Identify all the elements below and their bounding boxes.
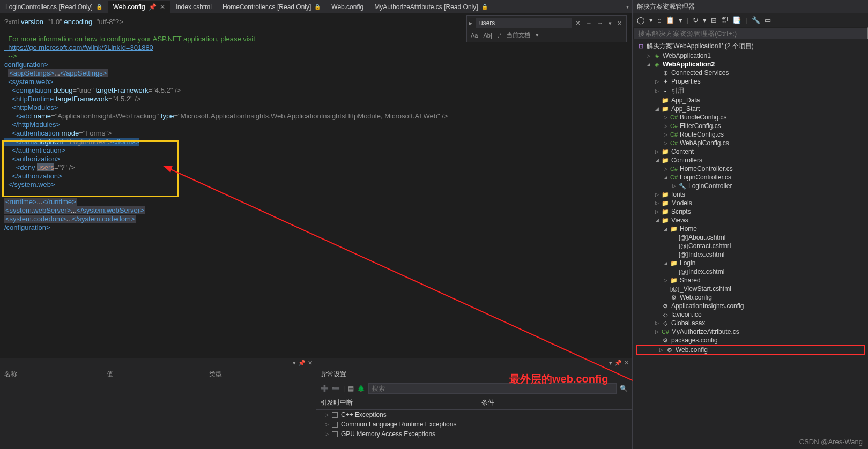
tree-item-13[interactable]: ▷C#HomeController.cs	[633, 164, 868, 173]
expand-icon[interactable]: ▷	[325, 412, 329, 417]
expand-icon[interactable]: ▷	[663, 132, 668, 137]
tree-item-4[interactable]: ▷▪引用	[633, 86, 868, 96]
tab-2[interactable]: Index.cshtml	[170, 1, 217, 13]
tree-item-7[interactable]: ▷C#BundleConfig.cs	[633, 113, 868, 122]
tab-0[interactable]: LoginController.cs [Read Only]🔒	[0, 1, 108, 13]
expand-icon[interactable]: ◢	[654, 218, 659, 223]
solution-node[interactable]: ⊡解决方案'WebApplication1' (2 个项目)	[633, 41, 868, 51]
wrench-icon[interactable]: 🔧	[751, 16, 761, 25]
fwd-icon[interactable]: ▾	[648, 16, 654, 25]
expand-icon[interactable]: ▷	[654, 209, 659, 214]
tree-item-9[interactable]: ▷C#RouteConfig.cs	[633, 130, 868, 139]
expand-icon[interactable]: ◢	[663, 260, 668, 266]
expand-icon[interactable]: ▷	[663, 115, 668, 120]
tree-item-29[interactable]: ⚙ApplicationInsights.config	[633, 302, 868, 310]
expand-icon[interactable]: ▷	[325, 431, 329, 437]
expand-icon[interactable]: ▷	[325, 422, 329, 427]
scope-dropdown-icon[interactable]: ▾	[534, 31, 540, 39]
close-icon[interactable]: ✕	[624, 360, 629, 366]
expand-icon[interactable]: ◢	[654, 106, 659, 111]
pin-icon[interactable]: 📌	[298, 360, 306, 366]
expand-icon[interactable]: ▷	[671, 183, 677, 189]
exception-search[interactable]	[368, 383, 617, 394]
match-case-icon[interactable]: Aa	[469, 32, 479, 39]
tree-item-14[interactable]: ◢C#LoginController.cs	[633, 173, 868, 182]
tree-item-19[interactable]: ◢📁Views	[633, 216, 868, 224]
refresh-icon[interactable]: ↻	[692, 16, 700, 25]
tree-item-34[interactable]: ▷⚙Web.config	[637, 346, 864, 354]
expand-icon[interactable]: ▷	[663, 123, 668, 129]
find-dropdown-icon[interactable]: ▾	[606, 19, 614, 28]
tab-dropdown-icon[interactable]: ▾	[625, 3, 630, 11]
tree-item-31[interactable]: ▷◇Global.asax	[633, 319, 868, 327]
pin-icon[interactable]: 📌	[149, 3, 157, 11]
checkbox[interactable]	[332, 412, 338, 418]
tree-item-1[interactable]: ◢◈WebApplication2	[633, 60, 868, 69]
expand-icon[interactable]: ▷	[654, 79, 659, 84]
showall-icon[interactable]: 🗐	[720, 16, 729, 25]
search-icon[interactable]: 🔍	[620, 385, 628, 392]
tree-item-3[interactable]: ▷✦Properties	[633, 77, 868, 86]
regex-icon[interactable]: .*	[496, 32, 503, 39]
filter-icon[interactable]: ▤	[348, 385, 354, 392]
sidebar-search[interactable]	[633, 27, 868, 39]
exception-row-0[interactable]: ▷C++ Exceptions	[316, 410, 632, 420]
collapse-icon[interactable]: ⊟	[710, 16, 718, 25]
expand-icon[interactable]: ◢	[654, 158, 659, 163]
tree-item-5[interactable]: 📁App_Data	[633, 96, 868, 104]
tree-item-11[interactable]: ▷📁Content	[633, 147, 868, 156]
tab-1[interactable]: Web.config📌✕	[108, 1, 170, 13]
sync-icon[interactable]: 📋	[665, 16, 676, 25]
exception-row-2[interactable]: ▷GPU Memory Access Exceptions	[316, 429, 632, 439]
find-close-icon[interactable]: ✕	[615, 19, 624, 28]
pin-icon[interactable]: 📌	[614, 360, 622, 366]
expand-icon[interactable]: ▷	[654, 192, 659, 197]
tree-item-2[interactable]: ⊕Connected Services	[633, 69, 868, 77]
view-icon[interactable]: ▭	[763, 16, 772, 25]
find-next-icon[interactable]: →	[595, 19, 605, 28]
expand-icon[interactable]: ▷	[654, 149, 659, 154]
expand-icon[interactable]: ◢	[646, 62, 651, 67]
properties-icon[interactable]: 📑	[731, 16, 742, 25]
tree-item-33[interactable]: ⚙packages.config	[633, 336, 868, 345]
remove-icon[interactable]: ➖	[332, 385, 340, 392]
tree-item-24[interactable]: ◢📁Login	[633, 259, 868, 267]
expand-icon[interactable]: ▷	[663, 166, 668, 171]
tree-icon[interactable]: 🌲	[357, 385, 365, 392]
tab-4[interactable]: Web.config	[326, 1, 369, 13]
expand-icon[interactable]: ▷	[654, 329, 659, 334]
search-scope[interactable]: 当前文档	[505, 31, 532, 40]
add-icon[interactable]: ➕	[321, 385, 329, 392]
find-input[interactable]	[476, 18, 572, 28]
tree-item-12[interactable]: ◢📁Controllers	[633, 156, 868, 164]
tree-item-6[interactable]: ◢📁App_Start	[633, 104, 868, 113]
tree-item-20[interactable]: ◢📁Home	[633, 224, 868, 233]
tree-item-30[interactable]: ◇favicon.ico	[633, 310, 868, 319]
tree-item-0[interactable]: ▷◈WebApplication1	[633, 51, 868, 60]
clear-icon[interactable]: ✕	[575, 19, 581, 27]
tab-5[interactable]: MyAuthorizeAttribute.cs [Read Only]🔒	[369, 1, 493, 13]
tree-item-17[interactable]: ▷📁Models	[633, 199, 868, 207]
checkbox[interactable]	[332, 431, 338, 437]
expand-icon[interactable]: ◢	[663, 175, 668, 180]
expand-icon[interactable]: ▷	[654, 88, 659, 94]
panel-dropdown-icon[interactable]: ▾	[293, 360, 296, 366]
expand-icon[interactable]: ▸	[469, 19, 472, 27]
tree-item-32[interactable]: ▷C#MyAuthorizeAttribute.cs	[633, 327, 868, 336]
tab-3[interactable]: HomeController.cs [Read Only]🔒	[217, 1, 326, 13]
exception-row-1[interactable]: ▷Common Language Runtime Exceptions	[316, 420, 632, 429]
tree-item-26[interactable]: ▷📁Shared	[633, 276, 868, 285]
find-prev-icon[interactable]: ←	[584, 19, 594, 28]
home-icon[interactable]: ⌂	[656, 16, 663, 25]
expand-icon[interactable]: ▷	[646, 53, 651, 58]
panel-dropdown-icon[interactable]: ▾	[609, 360, 612, 366]
tree-item-16[interactable]: ▷📁fonts	[633, 190, 868, 199]
expand-icon[interactable]: ▷	[654, 320, 659, 326]
tree-item-15[interactable]: ▷🔧LoginController	[633, 182, 868, 190]
expand-icon[interactable]: ▷	[663, 278, 668, 283]
expand-icon[interactable]: ▷	[663, 140, 668, 146]
close-icon[interactable]: ✕	[160, 3, 165, 11]
tree-item-22[interactable]: [@]Contact.cshtml	[633, 242, 868, 250]
tree-item-28[interactable]: ⚙Web.config	[633, 293, 868, 302]
tree-item-8[interactable]: ▷C#FilterConfig.cs	[633, 122, 868, 130]
